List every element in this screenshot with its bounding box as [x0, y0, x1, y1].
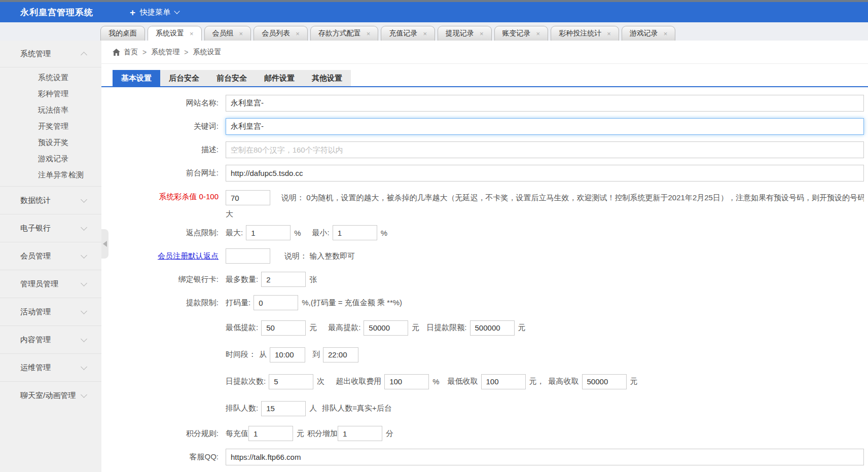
- sidebar-section-ops-management[interactable]: 运维管理: [0, 353, 101, 381]
- form-row-bank-card: 绑定银行卡: 最多数量: 张: [113, 268, 868, 291]
- min-fee-label: 最低收取: [448, 377, 478, 386]
- chevron-up-icon: [81, 52, 87, 58]
- sidebar-section-e-banking[interactable]: 电子银行: [0, 214, 101, 242]
- window-tab-label: 账变记录: [502, 29, 531, 38]
- sidebar-item-bet-anomaly-detection[interactable]: 注单异常检测: [0, 167, 101, 183]
- window-tab-my-desktop[interactable]: 我的桌面: [100, 26, 145, 41]
- front-url-label: 前台网址:: [113, 168, 226, 178]
- sidebar-section-data-statistics[interactable]: 数据统计: [0, 186, 101, 214]
- sidebar-section-chatroom-animation[interactable]: 聊天室/动画管理: [0, 381, 101, 409]
- window-tab-deposit-config[interactable]: 存款方式配置 ×: [310, 26, 379, 41]
- sidebar-section-label: 管理员管理: [20, 279, 58, 289]
- points-per-input[interactable]: [248, 426, 293, 441]
- form-row-site-name: 网站名称:: [113, 91, 868, 115]
- kill-value-input[interactable]: [226, 190, 270, 205]
- dama-input[interactable]: [254, 295, 298, 310]
- bank-card-qty-input[interactable]: [261, 272, 306, 287]
- quick-menu-button[interactable]: + 快捷菜单: [130, 8, 179, 17]
- sidebar-item-play-odds[interactable]: 玩法倍率: [0, 102, 101, 118]
- sidebar-section-label: 内容管理: [20, 335, 51, 345]
- service-qq-input[interactable]: [226, 449, 864, 465]
- breadcrumb-separator: >: [184, 48, 188, 56]
- withdraw-max-input[interactable]: [364, 320, 408, 336]
- close-icon[interactable]: ×: [607, 30, 611, 37]
- form-row-front-url: 前台网址:: [113, 161, 868, 185]
- time-to-input[interactable]: [323, 347, 358, 362]
- max-fee-input[interactable]: [582, 374, 627, 389]
- rebate-min-input[interactable]: [333, 225, 377, 240]
- withdraw-limit-label: 提款限制:: [113, 298, 226, 308]
- breadcrumb-item-system-management[interactable]: 系统管理: [151, 48, 179, 57]
- dama-label: 打码量:: [226, 298, 250, 308]
- time-from-label: 从: [259, 350, 267, 359]
- sidebar-item-draw-management[interactable]: 开奖管理: [0, 118, 101, 134]
- sidebar-collapse-handle[interactable]: [101, 229, 108, 259]
- tab-mail-settings[interactable]: 邮件设置: [256, 70, 303, 86]
- bank-card-unit: 张: [309, 275, 317, 284]
- quick-menu-label: 快捷菜单: [140, 8, 170, 17]
- sidebar-section-system-management[interactable]: 系统管理: [0, 41, 101, 67]
- window-tab-member-group[interactable]: 会员组 ×: [204, 26, 251, 41]
- front-url-input[interactable]: [226, 165, 864, 181]
- fee-input[interactable]: [384, 374, 429, 389]
- min-fee-input[interactable]: [481, 374, 526, 389]
- tab-backend-security[interactable]: 后台安全: [160, 70, 208, 86]
- sidebar-section-activity-management[interactable]: 活动管理: [0, 298, 101, 325]
- sidebar-section-admin-management[interactable]: 管理员管理: [0, 270, 101, 298]
- tab-other-settings[interactable]: 其他设置: [303, 70, 351, 86]
- breadcrumb-item-home[interactable]: 首页: [124, 48, 138, 57]
- settings-tab-bar: 基本设置 后台安全 前台安全 邮件设置 其他设置: [101, 70, 868, 87]
- sidebar-section-member-management[interactable]: 会员管理: [0, 242, 101, 270]
- close-icon[interactable]: ×: [296, 30, 300, 37]
- points-per-unit: 元: [297, 429, 304, 439]
- close-icon[interactable]: ×: [480, 30, 484, 37]
- window-tab-label: 会员列表: [262, 29, 290, 38]
- register-rebate-input[interactable]: [226, 248, 270, 264]
- withdraw-max-label: 最高提款:: [328, 323, 360, 333]
- close-icon[interactable]: ×: [367, 30, 371, 37]
- keywords-input[interactable]: [226, 118, 864, 135]
- window-tab-label: 游戏记录: [630, 29, 658, 38]
- description-label: 描述:: [113, 145, 226, 155]
- chevron-down-icon: [81, 224, 87, 231]
- chevron-down-icon: [81, 336, 87, 342]
- sidebar-item-system-settings[interactable]: 系统设置: [0, 69, 101, 86]
- close-icon[interactable]: ×: [190, 30, 194, 37]
- close-icon[interactable]: ×: [664, 30, 668, 37]
- sidebar-item-lottery-management[interactable]: 彩种管理: [0, 86, 101, 102]
- close-icon[interactable]: ×: [423, 30, 427, 37]
- window-tab-account-change-records[interactable]: 账变记录 ×: [494, 26, 549, 41]
- withdraw-times-label: 日提款次数:: [226, 377, 266, 386]
- window-tab-withdraw-records[interactable]: 提现记录 ×: [438, 26, 492, 41]
- window-tab-member-list[interactable]: 会员列表 ×: [254, 26, 308, 41]
- window-tab-game-records[interactable]: 游戏记录 ×: [622, 26, 676, 41]
- tab-frontend-security[interactable]: 前台安全: [208, 70, 256, 86]
- form-row-time-range: 时间段： 从 到: [113, 341, 868, 368]
- window-tab-recharge-records[interactable]: 充值记录 ×: [381, 26, 435, 41]
- form-row-description: 描述:: [113, 138, 868, 161]
- queue-label: 排队人数:: [226, 404, 258, 413]
- sidebar-section-content-management[interactable]: 内容管理: [0, 325, 101, 353]
- tab-basic-settings[interactable]: 基本设置: [113, 70, 160, 86]
- withdraw-daily-input[interactable]: [470, 320, 515, 336]
- register-rebate-link[interactable]: 会员注册默认返点: [113, 251, 226, 261]
- window-tab-system-settings[interactable]: 系统设置 ×: [148, 26, 202, 41]
- min-fee-unit: 元，: [529, 377, 545, 386]
- sidebar-item-preset-draw[interactable]: 预设开奖: [0, 134, 101, 151]
- queue-input[interactable]: [261, 401, 306, 416]
- close-icon[interactable]: ×: [536, 30, 540, 37]
- register-rebate-remark: 说明： 输入整数即可: [284, 251, 355, 261]
- window-tab-lottery-bet-stats[interactable]: 彩种投注统计 ×: [551, 26, 619, 41]
- time-from-input[interactable]: [270, 347, 305, 362]
- close-icon[interactable]: ×: [239, 30, 243, 37]
- site-name-input[interactable]: [226, 95, 864, 112]
- fee-label: 超出收取费用: [336, 377, 381, 386]
- withdraw-min-input[interactable]: [261, 320, 306, 336]
- withdraw-times-input[interactable]: [269, 374, 313, 389]
- points-add-input[interactable]: [338, 426, 382, 441]
- time-range-label: 时间段：: [226, 350, 256, 359]
- description-input[interactable]: [226, 141, 864, 158]
- rebate-max-input[interactable]: [246, 225, 291, 240]
- sidebar-item-game-records[interactable]: 游戏记录: [0, 151, 101, 167]
- sidebar-submenu-system-management: 系统设置 彩种管理 玩法倍率 开奖管理 预设开奖 游戏记录 注单异常检测: [0, 67, 101, 186]
